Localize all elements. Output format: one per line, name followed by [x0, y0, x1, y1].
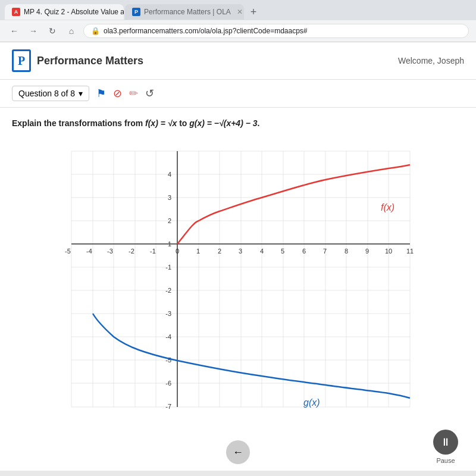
tab-label-2: Performance Matters | OLA: [144, 8, 231, 16]
svg-text:11: 11: [406, 248, 414, 255]
svg-text:1: 1: [196, 248, 200, 255]
f-function: f(x) = √x: [145, 118, 177, 128]
question-area: Explain the transformations from f(x) = …: [0, 108, 476, 434]
svg-text:0: 0: [176, 248, 179, 255]
svg-text:-1: -1: [165, 264, 171, 271]
svg-text:6: 6: [302, 248, 306, 255]
back-nav-button[interactable]: ←: [226, 440, 250, 464]
svg-text:8: 8: [345, 248, 348, 255]
tab-performance-matters[interactable]: P Performance Matters | OLA ✕: [125, 4, 244, 20]
svg-text:-2: -2: [129, 248, 134, 255]
new-tab-button[interactable]: +: [245, 4, 262, 20]
svg-text:-3: -3: [107, 248, 113, 255]
svg-text:1: 1: [168, 240, 171, 248]
svg-text:2: 2: [218, 248, 221, 255]
svg-text:-6: -6: [165, 380, 171, 387]
logo-icon: P: [12, 49, 31, 72]
pause-label: Pause: [436, 457, 455, 464]
lock-icon: 🔒: [91, 27, 100, 35]
page-content: P Performance Matters Welcome, Joseph Qu…: [0, 42, 476, 471]
svg-text:4: 4: [168, 171, 171, 178]
graph-svg: .grid-line { stroke: #ccc; stroke-width:…: [36, 139, 440, 425]
cancel-icon[interactable]: ⊘: [113, 87, 122, 100]
svg-text:9: 9: [365, 248, 369, 255]
svg-text:3: 3: [239, 248, 242, 255]
tab-mp4-quiz[interactable]: A MP 4. Quiz 2 - Absolute Value an ✕: [5, 4, 124, 20]
svg-text:2: 2: [168, 217, 171, 224]
g-curve: [93, 314, 410, 398]
svg-text:-4: -4: [86, 248, 92, 255]
svg-text:4: 4: [260, 248, 264, 255]
address-bar: ← → ↻ ⌂ 🔒 ola3.performancematters.com/ol…: [0, 20, 476, 42]
svg-text:-2: -2: [165, 287, 171, 294]
app-title: Performance Matters: [37, 55, 143, 67]
svg-text:-1: -1: [150, 248, 156, 255]
f-label: f(x): [381, 202, 394, 212]
logo-area: P Performance Matters: [12, 49, 143, 72]
svg-text:-4: -4: [165, 333, 171, 340]
pause-button[interactable]: ⏸: [433, 430, 458, 455]
page-header: P Performance Matters Welcome, Joseph: [0, 42, 476, 80]
forward-button[interactable]: →: [26, 24, 40, 38]
g-function: g(x) = −√(x+4) − 3: [189, 118, 257, 128]
g-label: g(x): [303, 397, 320, 408]
question-label: Question 8 of 8: [18, 89, 75, 98]
svg-text:-3: -3: [165, 310, 171, 317]
home-button[interactable]: ⌂: [64, 24, 79, 38]
svg-text:7: 7: [323, 248, 327, 255]
svg-text:-7: -7: [165, 403, 171, 410]
refresh-icon[interactable]: ↺: [145, 87, 154, 100]
tab-close-2[interactable]: ✕: [237, 8, 243, 16]
welcome-text: Welcome, Joseph: [398, 56, 464, 65]
back-button[interactable]: ←: [7, 24, 21, 38]
svg-text:5: 5: [281, 248, 284, 255]
tab-bar: A MP 4. Quiz 2 - Absolute Value an ✕ P P…: [0, 0, 476, 20]
tab-icon-blue: P: [132, 8, 140, 16]
question-toolbar: Question 8 of 8 ▾ ⚑ ⊘ ✏ ↺: [0, 80, 476, 108]
graph-container: .grid-line { stroke: #ccc; stroke-width:…: [36, 139, 440, 425]
tab-icon-red: A: [12, 8, 20, 16]
browser-chrome: A MP 4. Quiz 2 - Absolute Value an ✕ P P…: [0, 0, 476, 42]
svg-text:10: 10: [385, 248, 392, 255]
f-curve: [177, 165, 410, 244]
dropdown-arrow-icon: ▾: [79, 89, 83, 98]
refresh-button[interactable]: ↻: [45, 24, 60, 38]
pencil-icon[interactable]: ✏: [129, 87, 138, 100]
question-selector[interactable]: Question 8 of 8 ▾: [12, 86, 89, 101]
tab-label-1: MP 4. Quiz 2 - Absolute Value an: [24, 8, 124, 16]
question-text: Explain the transformations from f(x) = …: [12, 117, 464, 130]
pause-area: ⏸ Pause: [433, 430, 458, 464]
url-bar[interactable]: 🔒 ola3.performancematters.com/ola/ola.js…: [83, 24, 469, 38]
footer: ←: [226, 440, 250, 464]
svg-text:3: 3: [168, 194, 171, 201]
url-text: ola3.performancematters.com/ola/ola.jsp?…: [104, 27, 308, 35]
flag-icon[interactable]: ⚑: [96, 87, 106, 100]
svg-text:-5: -5: [65, 248, 71, 255]
